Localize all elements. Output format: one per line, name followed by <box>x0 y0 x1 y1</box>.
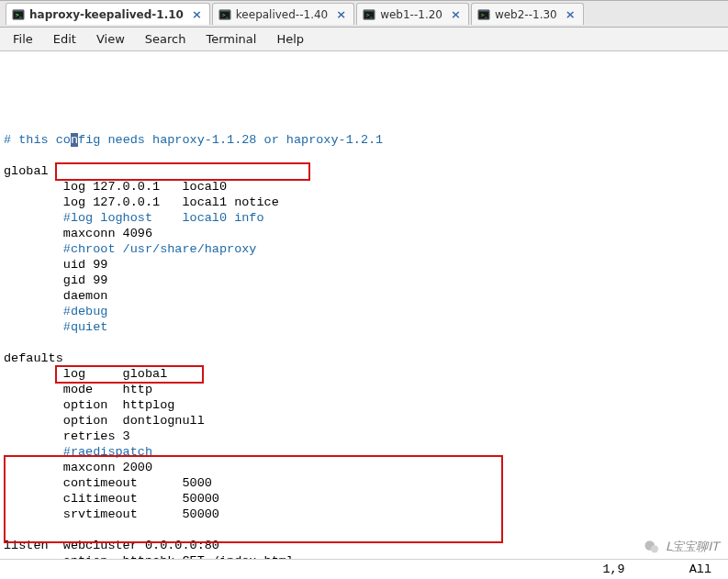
wechat-icon <box>644 539 660 555</box>
code-line: maxconn 2000 <box>4 460 724 475</box>
scroll-indicator: All <box>689 562 711 576</box>
code-line: #debug <box>4 304 724 319</box>
close-icon[interactable]: × <box>192 7 202 21</box>
terminal-icon: >_ <box>477 8 490 21</box>
menu-search[interactable]: Search <box>141 30 190 48</box>
code-line: #chroot /usr/share/haproxy <box>4 241 724 257</box>
tab-label: web1--1.20 <box>380 8 442 21</box>
code-line <box>4 148 724 163</box>
watermark: L宝宝聊IT <box>644 539 719 555</box>
close-icon[interactable]: × <box>451 7 461 21</box>
terminal-icon: >_ <box>363 8 375 21</box>
code-line: gid 99 <box>4 273 724 288</box>
code-line <box>4 335 724 351</box>
code-line: maxconn 4096 <box>4 226 724 241</box>
code-line: log 127.0.0.1 local0 <box>4 179 724 195</box>
cursor-position: 1,9 <box>602 562 624 576</box>
code-line: option httplog <box>4 397 724 413</box>
svg-point-13 <box>651 545 658 552</box>
code-line: contimeout 5000 <box>4 475 724 491</box>
code-line: log global <box>4 366 724 382</box>
terminal-icon: >_ <box>218 8 231 21</box>
code-line: #quiet <box>4 319 724 335</box>
code-line: defaults <box>4 351 724 366</box>
tab-web2[interactable]: >_ web2--1.30 × <box>471 3 584 25</box>
menu-bar: File Edit View Search Terminal Help <box>0 28 728 51</box>
menu-view[interactable]: View <box>93 30 129 48</box>
watermark-text: L宝宝聊IT <box>666 539 719 555</box>
code-line <box>4 522 724 538</box>
close-icon[interactable]: × <box>566 7 576 21</box>
tab-bar: >_ haproxy-keepalived-1.10 × >_ keepaliv… <box>0 0 728 28</box>
tab-keepalived[interactable]: >_ keepalived--1.40 × <box>212 3 354 25</box>
code-line: #raedispatch <box>4 444 724 460</box>
code-line: global <box>4 163 724 179</box>
svg-text:>_: >_ <box>366 11 373 17</box>
svg-text:>_: >_ <box>221 11 228 17</box>
code-line: log 127.0.0.1 local1 notice <box>4 195 724 210</box>
code-line: #log loghost local0 info <box>4 210 724 226</box>
editor-area[interactable]: # this config needs haproxy-1.1.28 or ha… <box>0 51 728 579</box>
menu-edit[interactable]: Edit <box>50 30 80 48</box>
code-line: mode http <box>4 382 724 397</box>
code-line: daemon <box>4 288 724 304</box>
svg-text:>_: >_ <box>16 11 22 17</box>
code-line: clitimeout 50000 <box>4 491 724 507</box>
tab-web1[interactable]: >_ web1--1.20 × <box>356 3 469 25</box>
code-line: listen webcluster 0.0.0.0:80 <box>4 538 724 553</box>
tab-haproxy[interactable]: >_ haproxy-keepalived-1.10 × <box>6 3 210 25</box>
status-bar: 1,9 All <box>0 559 728 579</box>
tab-label: haproxy-keepalived-1.10 <box>29 8 184 21</box>
code-line: srvtimeout 50000 <box>4 507 724 522</box>
code-line: # this config needs haproxy-1.1.28 or ha… <box>4 132 724 148</box>
terminal-icon: >_ <box>12 8 25 21</box>
menu-terminal[interactable]: Terminal <box>202 30 260 48</box>
tab-label: web2--1.30 <box>495 8 557 21</box>
code-line: option dontlognull <box>4 413 724 429</box>
close-icon[interactable]: × <box>336 7 346 21</box>
code-line: uid 99 <box>4 257 724 273</box>
svg-text:>_: >_ <box>480 11 487 17</box>
code-line: retries 3 <box>4 429 724 444</box>
menu-file[interactable]: File <box>9 30 37 48</box>
text-cursor: n <box>71 133 78 147</box>
tab-label: keepalived--1.40 <box>236 8 328 21</box>
menu-help[interactable]: Help <box>273 30 308 48</box>
